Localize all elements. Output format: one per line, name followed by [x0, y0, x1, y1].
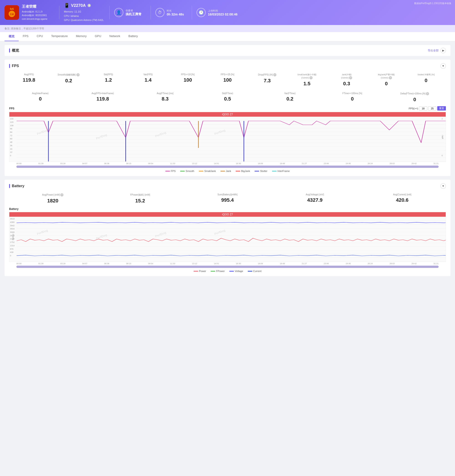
legend-fps-dot [165, 171, 170, 171]
battery-chart-title: Battery [9, 207, 18, 210]
fps-title: FPS [9, 64, 19, 68]
tab-network[interactable]: Network [105, 32, 124, 41]
stat-fps18: FPS>=18 [%] 100 [168, 72, 208, 88]
battery-axis-label: Battery [12, 234, 14, 240]
battery-chart: iQOO Z7 PerfDog PerfDog PerfDog PerfDog … [9, 212, 446, 262]
legend-power-dot [194, 271, 198, 272]
fps-controls: FPS(>=) 重置 [409, 106, 446, 111]
smalljank-info[interactable]: ? [309, 76, 313, 79]
stat-bigjank: BigJank(严重卡顿)(/10min)? 0 [366, 72, 406, 88]
overview-header: 概览 导出全部 ▶ [5, 45, 450, 56]
game-icon: 5v5 王者 [5, 5, 19, 20]
fps-stats-row1: Avg(FPS) 119.8 Smooth(稳帧指数)? 0.2 Std(FPS… [9, 72, 446, 88]
device-info: 📱 V2270A ℹ Memory: 11.1G CPU: lahaina GP… [64, 3, 105, 22]
game-info: 5v5 王者 王者荣耀 Android版本: 8.2.1.9 Android版本… [5, 4, 55, 21]
battery-x-labels: 00:0001:3903:1804:5706:3608:1509:5411:33… [9, 262, 446, 265]
duration-stat: ⏱ 时长 0h 32m 48s [155, 8, 187, 17]
legend-jank: Jank [220, 170, 231, 172]
device-info-icon[interactable]: ℹ [88, 4, 91, 7]
device-name: 📱 V2270A ℹ [64, 3, 105, 8]
stat-stutter: Stutter(卡顿率) [%] 0 [406, 72, 446, 88]
legend-smalljank-dot [199, 171, 203, 171]
fps-stats-row2: Avg(InterFrame) 0 Avg(FPS+InterFrame) 11… [9, 91, 446, 104]
smooth-info[interactable]: ? [76, 73, 80, 76]
notes-bar: 备注: 添加备注，不超过1200个字符 [0, 25, 455, 32]
drop-info[interactable]: ? [273, 73, 276, 76]
duration-text: 时长 0h 32m 48s [167, 9, 184, 16]
creator-icon: 👤 [114, 8, 123, 17]
page-header: 5v5 王者 王者荣耀 Android版本: 8.2.1.9 Android版本… [0, 0, 455, 25]
tab-temperature[interactable]: Temperature [47, 32, 72, 41]
legend-power: Power [194, 270, 206, 273]
stat-jank: Jank(卡顿)(/10min)? 0.3 [327, 72, 366, 88]
legend-fpower: FPower [211, 270, 225, 273]
stat-var-fps: Var(FPS) 1.4 [128, 72, 168, 88]
legend-smalljank: SmallJank [199, 170, 216, 172]
nav-right-arrow[interactable]: ▶ [440, 48, 446, 53]
stat-ftime100: FTime>=100ms [%] 0 [321, 91, 383, 104]
legend-bigjank: BigJank [236, 170, 250, 172]
stat-fpower: FPower(能耗) [mW] 15.2 [97, 192, 184, 205]
tab-overview[interactable]: 概览 [5, 32, 19, 41]
tab-cpu[interactable]: CPU [32, 32, 47, 41]
fps-gte-label: FPS(>=) [409, 107, 418, 110]
fps-reset-button[interactable]: 重置 [437, 106, 446, 111]
battery-legend: Power FPower Voltage Current [9, 270, 446, 273]
fps-chart-container: FPS FPS(>=) 重置 iQOO Z7 PerfDog PerfDog P… [9, 106, 446, 172]
top-note: 数据由PerfDog(8.1.230120)版本收集 [414, 2, 451, 5]
game-meta: Android版本: 8.2.1.9 Android版本: 802010901 … [22, 10, 47, 21]
power-info[interactable]: ? [60, 193, 64, 196]
legend-bigjank-dot [236, 171, 240, 171]
legend-stutter: Stutter [255, 170, 267, 172]
tab-battery[interactable]: Battery [124, 32, 142, 41]
fps-chart-label-row: FPS FPS(>=) 重置 [9, 106, 446, 111]
bigjank-info[interactable]: ? [389, 76, 392, 79]
stat-var-ftime: Var(FTime) 0.2 [259, 91, 321, 104]
overview-title: 概览 [9, 48, 19, 53]
stat-avg-voltage: Avg(Voltage) [mV] 4327.9 [271, 192, 358, 205]
stat-std-fps: Std(FPS) 1.2 [89, 72, 128, 88]
stat-avg-fps-interframe: Avg(FPS+InterFrame) 119.8 [72, 91, 134, 104]
legend-jank-dot [220, 171, 225, 171]
fps-input-25[interactable] [428, 106, 436, 111]
svg-text:王者: 王者 [10, 13, 14, 16]
nav-tabs: 概览 FPS CPU Temperature Memory GPU Networ… [0, 32, 455, 41]
battery-scrollbar-thumb[interactable] [16, 266, 439, 268]
fps-chart-scrollbar[interactable] [16, 166, 439, 168]
header-divider-2 [109, 6, 110, 19]
fps-device-label: iQOO Z7 [9, 112, 446, 117]
game-text-info: 王者荣耀 Android版本: 8.2.1.9 Android版本: 80201… [22, 4, 47, 21]
fps-scrollbar-thumb[interactable] [16, 166, 439, 168]
fps-input-18[interactable] [419, 106, 427, 111]
legend-current: Current [248, 270, 262, 273]
fps-chart-svg [16, 117, 446, 161]
legend-fps: FPS [165, 170, 176, 172]
stat-avg-ftime: Avg(FTime) [ms] 8.3 [134, 91, 196, 104]
creator-stat: 👤 创建者 搞机王腾青 [114, 8, 146, 17]
battery-stats-row: Avg(Power) [mW]? 1820 FPower(能耗) [mW] 15… [9, 192, 446, 205]
duration-icon: ⏱ [155, 8, 164, 17]
upload-stat: 🕐 上传时间 16/03/2023 02:08:46 [196, 8, 237, 17]
fps-chart: iQOO Z7 PerfDog PerfDog PerfDog PerfDog … [9, 112, 446, 162]
export-label[interactable]: 导出全部 [428, 49, 439, 53]
battery-chart-scrollbar[interactable] [16, 266, 439, 268]
battery-chart-svg [16, 217, 446, 262]
stat-avg-power: Avg(Power) [mW]? 1820 [9, 192, 97, 205]
tab-gpu[interactable]: GPU [91, 32, 105, 41]
tab-fps[interactable]: FPS [19, 32, 32, 41]
legend-current-dot [248, 271, 252, 272]
delta-info[interactable]: ? [426, 92, 429, 95]
jank-info[interactable]: ? [349, 76, 352, 79]
legend-smooth-dot [180, 171, 185, 171]
legend-smooth: Smooth [180, 170, 194, 172]
legend-interframe-dot [272, 171, 277, 171]
tab-memory[interactable]: Memory [72, 32, 91, 41]
stat-delta-ftime: Delta(FTime)>100ms [/h]? 0 [383, 91, 446, 104]
battery-chart-label-row: Battery [9, 207, 446, 210]
fps-expand-arrow[interactable]: ▼ [440, 63, 446, 69]
header-divider-4 [192, 6, 192, 19]
battery-section: Battery ▼ Avg(Power) [mW]? 1820 FPower(能… [5, 180, 450, 276]
battery-expand-arrow[interactable]: ▼ [440, 183, 446, 189]
legend-voltage-dot [229, 271, 234, 272]
fps-section: FPS ▼ Avg(FPS) 119.8 Smooth(稳帧指数)? 0.2 S… [5, 60, 450, 176]
